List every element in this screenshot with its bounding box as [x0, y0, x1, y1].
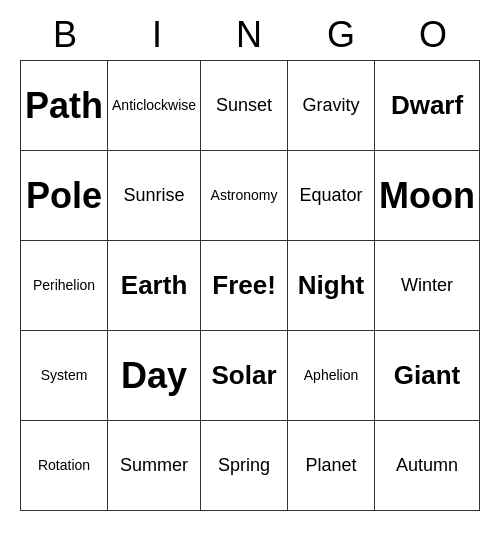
bingo-grid: PathAnticlockwiseSunsetGravityDwarfPoleS…	[20, 60, 480, 511]
cell-text: Perihelion	[33, 278, 95, 293]
header-letter: O	[388, 10, 480, 60]
bingo-cell: Astronomy	[201, 151, 288, 241]
cell-text: Spring	[218, 456, 270, 476]
bingo-cell: Solar	[201, 331, 288, 421]
bingo-cell: Night	[288, 241, 375, 331]
cell-text: System	[41, 368, 88, 383]
header-letter: N	[204, 10, 296, 60]
cell-text: Solar	[212, 361, 277, 390]
bingo-cell: Spring	[201, 421, 288, 511]
bingo-cell: Perihelion	[21, 241, 108, 331]
cell-text: Gravity	[303, 96, 360, 116]
cell-text: Free!	[212, 271, 276, 300]
bingo-cell: Equator	[288, 151, 375, 241]
bingo-cell: Autumn	[375, 421, 480, 511]
bingo-cell: Rotation	[21, 421, 108, 511]
bingo-cell: System	[21, 331, 108, 421]
bingo-cell: Sunset	[201, 61, 288, 151]
bingo-card: BINGO PathAnticlockwiseSunsetGravityDwar…	[20, 10, 480, 511]
bingo-cell: Pole	[21, 151, 108, 241]
bingo-cell: Giant	[375, 331, 480, 421]
bingo-cell: Day	[108, 331, 201, 421]
bingo-cell: Anticlockwise	[108, 61, 201, 151]
cell-text: Summer	[120, 456, 188, 476]
bingo-cell: Aphelion	[288, 331, 375, 421]
cell-text: Sunset	[216, 96, 272, 116]
bingo-cell: Planet	[288, 421, 375, 511]
header-letter: I	[112, 10, 204, 60]
bingo-cell: Free!	[201, 241, 288, 331]
cell-text: Winter	[401, 276, 453, 296]
cell-text: Astronomy	[211, 188, 278, 203]
header-letter: G	[296, 10, 388, 60]
cell-text: Rotation	[38, 458, 90, 473]
cell-text: Dwarf	[391, 91, 463, 120]
cell-text: Earth	[121, 271, 187, 300]
bingo-cell: Winter	[375, 241, 480, 331]
bingo-cell: Sunrise	[108, 151, 201, 241]
bingo-cell: Gravity	[288, 61, 375, 151]
cell-text: Sunrise	[124, 186, 185, 206]
bingo-cell: Summer	[108, 421, 201, 511]
cell-text: Moon	[379, 176, 475, 216]
cell-text: Night	[298, 271, 364, 300]
header-letter: B	[20, 10, 112, 60]
cell-text: Aphelion	[304, 368, 359, 383]
cell-text: Day	[121, 356, 187, 396]
cell-text: Giant	[394, 361, 460, 390]
cell-text: Autumn	[396, 456, 458, 476]
cell-text: Path	[25, 86, 103, 126]
cell-text: Pole	[26, 176, 102, 216]
bingo-cell: Path	[21, 61, 108, 151]
cell-text: Planet	[306, 456, 357, 476]
bingo-cell: Moon	[375, 151, 480, 241]
bingo-cell: Earth	[108, 241, 201, 331]
cell-text: Equator	[300, 186, 363, 206]
cell-text: Anticlockwise	[112, 98, 196, 113]
bingo-cell: Dwarf	[375, 61, 480, 151]
bingo-header: BINGO	[20, 10, 480, 60]
